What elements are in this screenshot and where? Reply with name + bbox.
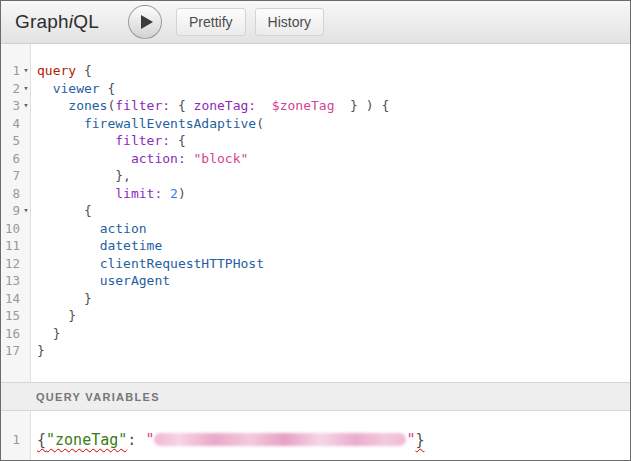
execute-button[interactable] [128, 5, 162, 39]
line-number: 2 [1, 80, 20, 98]
code-line[interactable]: 11 datetime [1, 237, 630, 255]
code-line[interactable]: 14 } [1, 290, 630, 308]
code-line[interactable]: 1▾query { [1, 62, 630, 80]
code-line[interactable]: 4 firewallEventsAdaptive( [1, 115, 630, 133]
fold-gutter [20, 167, 32, 185]
code-line[interactable]: 7 }, [1, 167, 630, 185]
query-variables-label: QUERY VARIABLES [36, 391, 160, 403]
line-number: 10 [1, 220, 20, 238]
code-text: } [32, 290, 92, 308]
fold-gutter [20, 272, 32, 290]
line-number: 14 [1, 290, 20, 308]
fold-gutter [20, 132, 32, 150]
code-line[interactable]: 17} [1, 342, 630, 360]
fold-gutter [20, 220, 32, 238]
code-text: action [32, 220, 147, 238]
line-number: 7 [1, 167, 20, 185]
query-editor[interactable]: 1▾query {2▾ viewer {3▾ zones(filter: { z… [1, 44, 630, 382]
code-text: datetime [32, 237, 162, 255]
code-text: } [32, 325, 60, 343]
logo-graph: Graph [15, 11, 69, 32]
fold-gutter [20, 290, 32, 308]
line-number: 15 [1, 307, 20, 325]
code-line[interactable]: 8 limit: 2) [1, 185, 630, 203]
code-line[interactable]: 3▾ zones(filter: { zoneTag: $zoneTag } )… [1, 97, 630, 115]
graphiql-logo: GraphiQL [15, 11, 99, 33]
code-line[interactable]: 16 } [1, 325, 630, 343]
code-text: filter: { [32, 132, 186, 150]
fold-gutter [20, 115, 32, 133]
fold-gutter [20, 237, 32, 255]
fold-arrow-icon[interactable]: ▾ [20, 80, 32, 98]
line-number: 1 [1, 62, 20, 80]
code-text: limit: 2) [32, 185, 186, 203]
fold-arrow-icon[interactable]: ▾ [20, 202, 32, 220]
history-button[interactable]: History [255, 8, 325, 36]
code-text: { [32, 202, 92, 220]
code-line[interactable]: 10 action [1, 220, 630, 238]
code-text: action: "block" [32, 150, 248, 168]
line-number: 5 [1, 132, 20, 150]
code-line[interactable]: 6 action: "block" [1, 150, 630, 168]
fold-gutter [20, 325, 32, 343]
topbar: GraphiQL Prettify History [1, 1, 630, 44]
line-number: 13 [1, 272, 20, 290]
code-text: query { [32, 62, 92, 80]
code-text: firewallEventsAdaptive( [32, 115, 264, 133]
code-line[interactable]: 13 userAgent [1, 272, 630, 290]
code-line[interactable]: 2▾ viewer { [1, 80, 630, 98]
code-text: }, [32, 167, 131, 185]
logo-ql: QL [73, 11, 99, 32]
line-number: 4 [1, 115, 20, 133]
line-number: 3 [1, 97, 20, 115]
fold-arrow-icon[interactable]: ▾ [20, 97, 32, 115]
code-text: userAgent [32, 272, 170, 290]
fold-gutter [20, 342, 32, 360]
query-variables-title-bar[interactable]: QUERY VARIABLES [1, 382, 630, 411]
code-text: zones(filter: { zoneTag: $zoneTag } ) { [32, 97, 389, 115]
code-line[interactable]: 15 } [1, 307, 630, 325]
code-line[interactable]: 5 filter: { [1, 132, 630, 150]
fold-gutter [20, 185, 32, 203]
fold-gutter [20, 255, 32, 273]
code-text: viewer { [32, 80, 115, 98]
code-text: } [32, 307, 76, 325]
line-number: 6 [1, 150, 20, 168]
prettify-button[interactable]: Prettify [176, 8, 246, 36]
code-line[interactable]: 9▾ { [1, 202, 630, 220]
line-number: 16 [1, 325, 20, 343]
line-number: 12 [1, 255, 20, 273]
fold-gutter [20, 431, 32, 449]
fold-gutter [20, 150, 32, 168]
redacted-value [154, 433, 406, 446]
variables-editor[interactable]: 1{"zoneTag": ""} [1, 411, 630, 460]
line-number: 17 [1, 342, 20, 360]
line-number: 1 [1, 431, 20, 449]
code-line[interactable]: 12 clientRequestHTTPHost [1, 255, 630, 273]
line-number: 11 [1, 237, 20, 255]
code-text: {"zoneTag": ""} [32, 431, 424, 449]
fold-arrow-icon[interactable]: ▾ [20, 62, 32, 80]
graphiql-app: GraphiQL Prettify History 1▾query {2▾ vi… [0, 0, 631, 461]
code-text: clientRequestHTTPHost [32, 255, 264, 273]
line-number: 8 [1, 185, 20, 203]
fold-gutter [20, 307, 32, 325]
line-number: 9 [1, 202, 20, 220]
code-line[interactable]: 1{"zoneTag": ""} [1, 431, 630, 449]
play-icon [141, 15, 153, 29]
code-text: } [32, 342, 45, 360]
